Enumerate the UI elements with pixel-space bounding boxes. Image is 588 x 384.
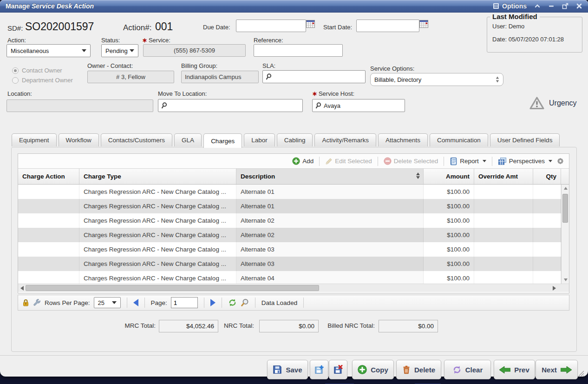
tab-gla[interactable]: GLA (174, 133, 202, 146)
delete-button[interactable]: Delete (396, 360, 441, 379)
save-and-new-button[interactable] (310, 360, 328, 379)
urgency-indicator[interactable]: Urgency (529, 96, 577, 110)
contact-owner-radio[interactable]: Contact Owner (12, 67, 62, 74)
titlebar[interactable]: Manage Service Desk Action Options (0, 0, 588, 13)
scroll-down-icon[interactable] (562, 276, 569, 284)
department-owner-radio[interactable]: Department Owner (12, 77, 73, 84)
grid-settings-button[interactable] (556, 157, 564, 165)
save-and-close-button[interactable] (329, 360, 347, 379)
last-modified-user: User: Demo (492, 23, 524, 30)
tab-activity-remarks[interactable]: Activity/Remarks (314, 133, 376, 146)
cell-qty (533, 271, 561, 284)
tab-communication[interactable]: Communication (430, 133, 488, 146)
report-button[interactable]: Report (450, 157, 486, 166)
window-title-emphasis: Service Desk Action (32, 2, 94, 10)
move-to-location-search-input[interactable] (158, 99, 303, 112)
calendar-icon[interactable] (306, 20, 315, 28)
due-date-input[interactable] (236, 20, 306, 32)
table-row[interactable]: Charges Regression ARC - New Charge Cata… (18, 228, 561, 242)
action-field-label: Action: (7, 37, 26, 44)
horizontal-scrollbar[interactable] (18, 284, 569, 292)
next-page-icon[interactable] (210, 299, 216, 306)
tab-equipment[interactable]: Equipment (12, 133, 57, 146)
popout-icon[interactable] (562, 3, 568, 9)
sd-number-label: SD#: (7, 24, 23, 32)
table-row[interactable]: Charges Regression ARC - New Charge Cata… (18, 185, 561, 199)
vertical-scroll-thumb[interactable] (562, 194, 568, 223)
scroll-left-icon[interactable] (20, 286, 24, 291)
start-date-input[interactable] (356, 20, 419, 32)
mrc-total-value: $4,052.46 (159, 320, 218, 332)
resize-handle[interactable] (577, 369, 584, 377)
cell-description: Alternate 03 (236, 242, 424, 257)
table-row[interactable]: Charges Regression ARC - New Charge Cata… (18, 213, 561, 228)
copy-button[interactable]: Copy (352, 360, 394, 379)
billing-group-label: Billing Group: (181, 62, 217, 69)
owner-contact-value: # 3, Fellow (87, 71, 174, 83)
table-row[interactable]: Charges Regression ARC - New Charge Cata… (18, 257, 561, 271)
column-header-amount[interactable]: Amount (424, 169, 474, 184)
column-header-description[interactable]: Description (236, 169, 424, 184)
cell-charge-action (18, 185, 79, 199)
save-button[interactable]: Save (267, 360, 308, 379)
close-icon[interactable] (576, 3, 582, 9)
clear-button[interactable]: Clear (444, 360, 491, 379)
charges-grid: Add Edit Selected Delete Selected Report (18, 153, 569, 293)
table-row[interactable]: Charges Regression ARC - New Charge Cata… (18, 271, 561, 284)
table-row[interactable]: Charges Regression ARC - New Charge Cata… (18, 242, 561, 257)
cell-charge-action (18, 257, 79, 271)
vertical-scrollbar[interactable] (561, 185, 569, 284)
cell-amount: $100.00 (424, 213, 474, 228)
cell-override-amt (474, 228, 533, 242)
delete-selected-button[interactable]: Delete Selected (384, 157, 438, 165)
cell-override-amt (474, 213, 533, 228)
tab-charges[interactable]: Charges (203, 133, 242, 148)
horizontal-scroll-thumb[interactable] (26, 285, 319, 291)
edit-selected-button[interactable]: Edit Selected (325, 158, 372, 165)
tab-attachments[interactable]: Attachments (378, 133, 428, 146)
prev-button[interactable]: Prev (494, 360, 535, 379)
tab-labor[interactable]: Labor (244, 133, 275, 146)
chevron-down-icon (549, 160, 552, 162)
options-button[interactable]: Options (493, 2, 527, 10)
spinner-icon (496, 76, 499, 83)
cell-override-amt (474, 257, 533, 271)
wrench-icon[interactable] (33, 299, 41, 307)
magnifier-icon[interactable] (241, 298, 249, 307)
column-header-charge-action[interactable]: Charge Action (18, 169, 79, 184)
start-date-label: Start Date: (323, 24, 352, 31)
tab-cabling[interactable]: Cabling (277, 133, 313, 146)
scroll-right-icon[interactable] (553, 286, 556, 291)
tab-strip: Equipment Workflow Contacts/Customers GL… (12, 133, 560, 147)
tab-workflow[interactable]: Workflow (59, 133, 99, 146)
lock-icon[interactable] (22, 299, 29, 307)
service-host-search-input[interactable]: Avaya (312, 99, 405, 112)
add-button[interactable]: Add (292, 157, 314, 165)
next-button[interactable]: Next (536, 360, 578, 379)
sla-search-input[interactable] (262, 70, 366, 83)
tab-contacts-customers[interactable]: Contacts/Customers (101, 133, 172, 146)
scroll-up-icon[interactable] (562, 185, 569, 192)
prev-page-icon[interactable] (133, 299, 138, 306)
minimize-icon[interactable] (548, 3, 555, 9)
collapse-icon[interactable] (534, 3, 541, 9)
reference-label: Reference: (254, 37, 283, 44)
perspectives-button[interactable]: Perspectives (498, 157, 552, 166)
page-number-input[interactable] (171, 297, 198, 308)
calendar-icon[interactable] (419, 20, 428, 28)
cell-description: Alternate 01 (236, 185, 424, 199)
rows-per-page-select[interactable]: 25 (94, 297, 121, 308)
column-header-qty[interactable]: Qty (533, 169, 561, 184)
reference-input[interactable] (254, 44, 343, 57)
column-header-charge-type[interactable]: Charge Type (79, 169, 236, 184)
move-to-location-label: Move To Location: (158, 90, 207, 97)
page-label: Page: (151, 299, 167, 306)
status-select[interactable]: Pending (101, 44, 138, 57)
column-header-override-amt[interactable]: Override Amt (474, 169, 533, 184)
tab-user-defined-fields[interactable]: User Defined Fields (490, 133, 560, 146)
service-options-select[interactable]: Billable, Directory (370, 73, 503, 86)
cell-charge-action (18, 228, 79, 242)
table-row[interactable]: Charges Regression ARC - New Charge Cata… (18, 199, 561, 213)
action-select[interactable]: Miscellaneous (7, 44, 91, 57)
refresh-icon[interactable] (228, 298, 237, 307)
